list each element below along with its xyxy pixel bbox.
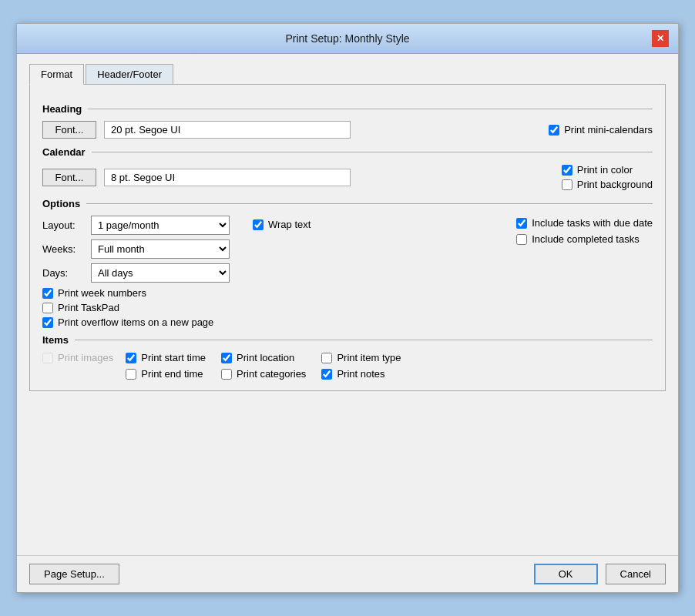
items-col1: Print images — [42, 352, 113, 363]
tab-format[interactable]: Format — [29, 64, 84, 85]
print-mini-calendars-checkbox[interactable] — [549, 125, 559, 136]
print-week-numbers-label: Print week numbers — [58, 287, 146, 299]
print-end-time-checkbox[interactable] — [126, 369, 136, 380]
options-top-row: Layout: 1 page/month 2 pages/month Weeks… — [42, 216, 653, 283]
print-taskpad-checkbox[interactable] — [42, 303, 53, 313]
heading-section-header: Heading — [42, 103, 653, 115]
options-section-header: Options — [42, 198, 653, 209]
items-col4: Print item type Print notes — [321, 352, 401, 380]
print-notes-checkbox[interactable] — [321, 369, 332, 380]
heading-options: Print mini-calendars — [549, 124, 653, 136]
print-in-color-checkbox[interactable] — [562, 165, 572, 176]
days-select[interactable]: All days Weekdays only — [91, 263, 230, 283]
options-dropdowns: Layout: 1 page/month 2 pages/month Weeks… — [42, 216, 230, 283]
print-background-row: Print background — [562, 179, 653, 190]
days-label: Days: — [42, 267, 85, 279]
tab-bar: Format Header/Footer — [29, 63, 666, 85]
print-week-numbers-checkbox[interactable] — [42, 288, 53, 299]
print-overflow-row: Print overflow items on a new page — [42, 316, 653, 328]
include-tasks-due-row: Include tasks with due date — [516, 217, 653, 229]
dialog-title: Print Setup: Monthly Style — [43, 32, 652, 45]
print-setup-dialog: Print Setup: Monthly Style ✕ Format Head… — [16, 23, 679, 593]
print-start-time-checkbox[interactable] — [126, 353, 136, 363]
print-notes-row: Print notes — [321, 368, 401, 380]
print-item-type-row: Print item type — [321, 352, 401, 363]
print-categories-checkbox[interactable] — [221, 369, 232, 380]
ok-button[interactable]: OK — [534, 564, 598, 584]
print-location-row: Print location — [221, 352, 306, 363]
dialog-footer: Page Setup... OK Cancel — [17, 555, 678, 592]
print-images-label: Print images — [58, 352, 113, 363]
heading-font-display: 20 pt. Segoe UI — [104, 121, 351, 139]
print-end-time-row: Print end time — [126, 368, 206, 380]
heading-font-button[interactable]: Font... — [42, 121, 96, 139]
tab-content: Heading Font... 20 pt. Segoe UI Print mi… — [29, 85, 666, 391]
items-col3: Print location Print categories — [221, 352, 306, 380]
page-setup-button[interactable]: Page Setup... — [29, 564, 119, 584]
include-completed-row: Include completed tasks — [516, 233, 653, 245]
wrap-text-label: Wrap text — [268, 219, 311, 230]
items-col2: Print start time Print end time — [126, 352, 206, 380]
print-overflow-checkbox[interactable] — [42, 317, 53, 328]
print-background-label: Print background — [577, 179, 653, 190]
heading-font-row: Font... 20 pt. Segoe UI Print mini-calen… — [42, 121, 653, 139]
calendar-font-row: Font... 8 pt. Segoe UI Print in color Pr… — [42, 164, 653, 190]
items-grid: Print images Print start time Print end … — [42, 352, 653, 380]
calendar-font-button[interactable]: Font... — [42, 169, 96, 186]
print-in-color-label: Print in color — [577, 164, 633, 176]
tab-header-footer[interactable]: Header/Footer — [86, 64, 173, 85]
title-bar: Print Setup: Monthly Style ✕ — [17, 24, 678, 54]
cancel-button[interactable]: Cancel — [606, 564, 666, 584]
weeks-select[interactable]: Full month Current week — [91, 239, 230, 259]
print-item-type-label: Print item type — [337, 352, 401, 363]
calendar-options: Print in color Print background — [562, 164, 653, 190]
print-categories-label: Print categories — [237, 368, 306, 380]
footer-right-buttons: OK Cancel — [534, 564, 666, 584]
layout-label: Layout: — [42, 219, 85, 231]
calendar-section-header: Calendar — [42, 146, 653, 158]
wrap-text-area: Wrap text — [253, 216, 311, 283]
calendar-font-display: 8 pt. Segoe UI — [104, 169, 351, 186]
print-background-checkbox[interactable] — [562, 179, 572, 190]
include-tasks-due-checkbox[interactable] — [516, 218, 527, 229]
print-taskpad-label: Print TaskPad — [58, 302, 119, 313]
print-start-time-row: Print start time — [126, 352, 206, 363]
include-completed-checkbox[interactable] — [516, 234, 527, 245]
print-week-numbers-row: Print week numbers — [42, 287, 653, 299]
wrap-text-row: Wrap text — [253, 219, 311, 230]
print-categories-row: Print categories — [221, 368, 306, 380]
weeks-label: Weeks: — [42, 243, 85, 255]
layout-select[interactable]: 1 page/month 2 pages/month — [91, 216, 230, 235]
weeks-row: Weeks: Full month Current week — [42, 239, 230, 259]
wrap-text-checkbox[interactable] — [253, 219, 264, 230]
close-button[interactable]: ✕ — [652, 30, 669, 47]
task-options: Include tasks with due date Include comp… — [516, 216, 653, 283]
print-location-checkbox[interactable] — [221, 353, 232, 363]
print-in-color-row: Print in color — [562, 164, 633, 176]
include-completed-label: Include completed tasks — [532, 233, 639, 245]
print-overflow-label: Print overflow items on a new page — [58, 316, 213, 328]
print-notes-label: Print notes — [337, 368, 384, 380]
print-location-label: Print location — [237, 352, 294, 363]
print-mini-calendars-label: Print mini-calendars — [564, 124, 653, 136]
days-row: Days: All days Weekdays only — [42, 263, 230, 283]
dialog-body: Format Header/Footer Heading Font... 20 … — [17, 54, 678, 555]
include-tasks-due-label: Include tasks with due date — [532, 217, 653, 229]
print-images-row: Print images — [42, 352, 113, 363]
items-section-header: Items — [42, 334, 653, 346]
print-start-time-label: Print start time — [141, 352, 206, 363]
print-taskpad-row: Print TaskPad — [42, 302, 653, 313]
print-images-checkbox[interactable] — [42, 353, 53, 363]
print-item-type-checkbox[interactable] — [321, 353, 332, 363]
layout-row: Layout: 1 page/month 2 pages/month — [42, 216, 230, 235]
print-end-time-label: Print end time — [141, 368, 203, 380]
